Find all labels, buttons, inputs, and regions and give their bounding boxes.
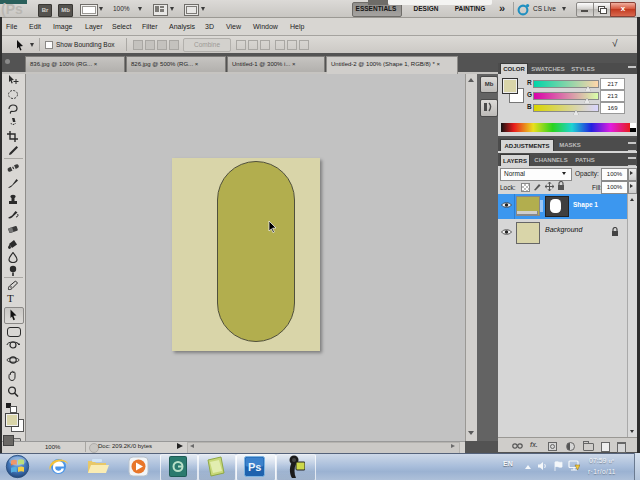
svg-text:Ps: Ps (248, 461, 261, 473)
